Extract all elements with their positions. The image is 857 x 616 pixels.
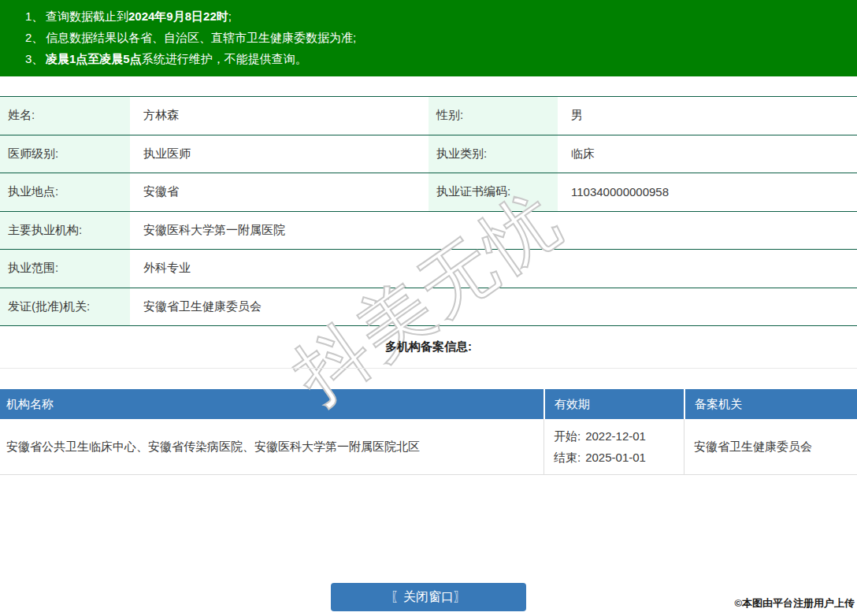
table-row: 姓名: 方林森 性别: 男 xyxy=(0,97,857,135)
field-value-doctor-level: 执业医师 xyxy=(132,135,428,173)
practitioner-info-table: 姓名: 方林森 性别: 男 医师级别: 执业医师 执业类别: 临床 执业地点: … xyxy=(0,96,857,326)
field-label-issuing-authority: 发证(批准)机关: xyxy=(0,288,132,326)
cell-org-name: 安徽省公共卫生临床中心、安徽省传染病医院、安徽医科大学第一附属医院北区 xyxy=(0,419,544,474)
copyright-note: ©本图由平台注册用户上传 xyxy=(734,596,855,610)
validity-end-label: 结束: xyxy=(554,451,581,464)
notice-text: 查询数据截止到2024年9月8日22时; xyxy=(46,6,232,27)
notice-text: 信息数据结果以各省、自治区、直辖市卫生健康委数据为准; xyxy=(46,27,356,48)
field-label-name: 姓名: xyxy=(0,97,132,135)
field-label-practice-scope: 执业范围: xyxy=(0,250,132,288)
field-value-name: 方林森 xyxy=(132,97,428,135)
table-row: 医师级别: 执业医师 执业类别: 临床 xyxy=(0,135,857,174)
table-row: 安徽省公共卫生临床中心、安徽省传染病医院、安徽医科大学第一附属医院北区 开始:2… xyxy=(0,419,857,475)
validity-end-date: 2025-01-01 xyxy=(585,451,646,464)
column-header-record-authority: 备案机关 xyxy=(684,389,857,419)
field-value-practice-location: 安徽省 xyxy=(132,173,428,211)
close-window-button[interactable]: 〖关闭窗口〗 xyxy=(331,583,526,611)
field-value-practice-scope: 外科专业 xyxy=(132,250,857,288)
table-row: 执业范围: 外科专业 xyxy=(0,250,857,288)
column-header-org-name: 机构名称 xyxy=(0,389,544,419)
field-label-gender: 性别: xyxy=(428,97,559,135)
notice-text-before: 查询数据截止到 xyxy=(46,9,128,23)
notice-text-before: 信息数据结果以各省、自治区、直辖市卫生健康委数据为准; xyxy=(46,31,356,44)
field-value-gender: 男 xyxy=(559,97,857,135)
field-value-practice-category: 临床 xyxy=(559,135,857,173)
record-table-header: 机构名称 有效期 备案机关 xyxy=(0,389,857,419)
validity-start-date: 2022-12-01 xyxy=(585,429,646,443)
notice-text: 凌晨1点至凌晨5点系统进行维护，不能提供查询。 xyxy=(46,48,307,69)
field-label-practice-category: 执业类别: xyxy=(428,135,559,173)
cell-record-authority: 安徽省卫生健康委员会 xyxy=(684,419,857,474)
field-label-main-institution: 主要执业机构: xyxy=(0,212,132,250)
cell-validity: 开始:2022-12-01 结束:2025-01-01 xyxy=(544,419,684,474)
field-value-certificate-no: 110340000000958 xyxy=(559,173,857,211)
notice-text-after: 系统进行维护，不能提供查询。 xyxy=(142,52,307,65)
table-row: 主要执业机构: 安徽医科大学第一附属医院 xyxy=(0,212,857,250)
field-value-main-institution: 安徽医科大学第一附属医院 xyxy=(132,212,857,250)
notice-text-bold: 凌晨1点至凌晨5点 xyxy=(46,52,142,65)
notice-number: 1、 xyxy=(25,6,46,27)
notice-number: 3、 xyxy=(25,48,46,69)
table-row: 执业地点: 安徽省 执业证书编码: 110340000000958 xyxy=(0,173,857,212)
column-header-validity: 有效期 xyxy=(544,389,684,419)
notice-number: 2、 xyxy=(25,27,46,48)
notice-banner: 1、 查询数据截止到2024年9月8日22时; 2、 信息数据结果以各省、自治区… xyxy=(0,0,857,76)
notice-line-2: 2、 信息数据结果以各省、自治区、直辖市卫生健康委数据为准; xyxy=(0,27,857,48)
table-row: 发证(批准)机关: 安徽省卫生健康委员会 xyxy=(0,288,857,327)
validity-start-label: 开始: xyxy=(554,429,581,443)
notice-line-1: 1、 查询数据截止到2024年9月8日22时; xyxy=(0,6,857,27)
notice-text-bold: 2024年9月8日22时 xyxy=(128,9,228,23)
record-table: 机构名称 有效期 备案机关 安徽省公共卫生临床中心、安徽省传染病医院、安徽医科大… xyxy=(0,389,857,475)
spacer xyxy=(0,369,857,389)
validity-start: 开始:2022-12-01 xyxy=(554,425,646,447)
notice-text-after: ; xyxy=(228,9,232,23)
validity-end: 结束:2025-01-01 xyxy=(554,447,646,468)
field-label-practice-location: 执业地点: xyxy=(0,173,132,211)
field-label-certificate-no: 执业证书编码: xyxy=(428,173,559,211)
section-heading-multi-institution: 多机构备案信息: xyxy=(0,326,857,369)
field-value-issuing-authority: 安徽省卫生健康委员会 xyxy=(132,288,857,326)
notice-line-3: 3、 凌晨1点至凌晨5点系统进行维护，不能提供查询。 xyxy=(0,48,857,69)
field-label-doctor-level: 医师级别: xyxy=(0,135,132,173)
